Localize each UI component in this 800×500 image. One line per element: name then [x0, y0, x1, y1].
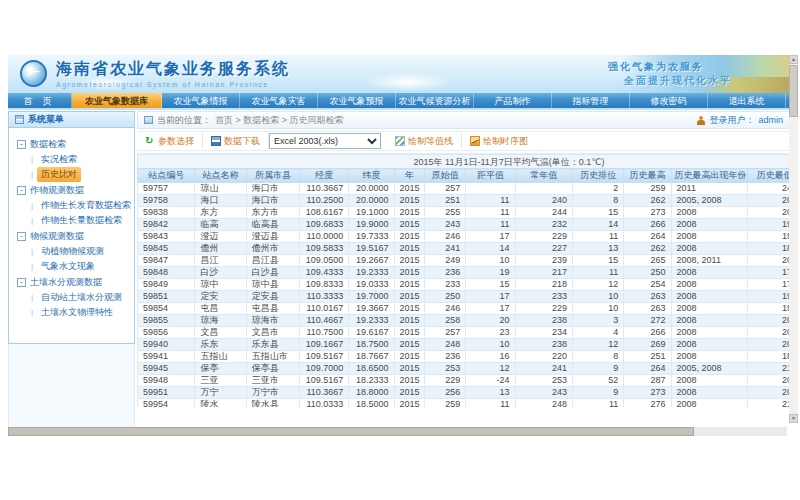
tree-child[interactable]: |作物生长量数据检索 [9, 213, 134, 228]
table-row: 59842临高临高县109.683319.9000201524311232142… [138, 219, 791, 231]
table-row: 59940乐东乐东县109.166718.7500201524810238122… [138, 339, 791, 351]
table-cell: 17 [466, 303, 515, 315]
table-cell: 2015 [394, 255, 425, 267]
table-cell: 2008 [671, 399, 747, 408]
table-cell: 白沙 [195, 267, 246, 279]
tree-node[interactable]: -土壤水分观测数据 [9, 274, 134, 290]
tree-child-selected[interactable]: |历史比对 [9, 167, 134, 182]
table-cell: 2015 [394, 291, 425, 303]
export-format-select-wrap: Excel 2003(.xls) [269, 133, 381, 149]
nav-item[interactable]: 农业气象情报 [162, 93, 240, 108]
tree-node[interactable]: -数据检索 [9, 136, 134, 152]
table-cell: 11 [466, 219, 515, 231]
table-cell: 241 [515, 363, 572, 375]
table-row: 59843澄迈澄迈县110.000019.7333201524617229112… [138, 231, 791, 243]
tree-child[interactable]: |作物生长发育数据检索 [9, 198, 134, 213]
horizontal-scrollbar[interactable] [8, 427, 787, 436]
table-cell: 250 [425, 291, 466, 303]
table-cell: 176 [747, 279, 790, 291]
tree-child[interactable]: |自动站土壤水分观测 [9, 290, 134, 305]
table-row: 59855琼海琼海市110.466719.2333201525820238327… [138, 315, 791, 327]
table-cell: 屯昌 [195, 303, 246, 315]
table-cell: 五指山 [195, 351, 246, 363]
table-cell: 2008 [671, 231, 747, 243]
table-cell: 262 [624, 243, 671, 255]
table-cell: 昌江县 [246, 255, 299, 267]
toolbar-button[interactable]: 数据下载 [203, 134, 269, 148]
table-cell: 110.3333 [300, 291, 349, 303]
toolbar-button[interactable]: ↻参数选择 [137, 134, 203, 148]
nav-item[interactable]: 产品制作 [474, 93, 552, 108]
column-header: 年 [394, 169, 425, 183]
nav-item[interactable]: 指标管理 [552, 93, 630, 108]
app-logo-icon [20, 60, 47, 87]
breadcrumb-path[interactable]: 首页 > 数据检索 > 历史同期检索 [215, 114, 344, 127]
table-cell: 202 [747, 327, 790, 339]
tree-child[interactable]: |动植物物候观测 [9, 244, 134, 259]
tree-child-label: 历史比对 [37, 167, 81, 182]
table-cell: 琼中 [195, 279, 246, 291]
collapse-icon[interactable]: - [17, 232, 26, 241]
table-cell: -24 [466, 375, 515, 387]
tree-tick-icon: | [31, 308, 33, 317]
collapse-icon[interactable]: - [17, 186, 26, 195]
login-label: 登录用户： [709, 114, 754, 127]
vertical-scroll-thumb[interactable] [789, 65, 798, 117]
vertical-scrollbar[interactable]: ▲ ▼ [789, 55, 798, 423]
column-header: 常年值 [515, 169, 572, 183]
table-cell: 109.5167 [300, 351, 349, 363]
table-row: 59847昌江昌江县109.050019.2667201524910239152… [138, 255, 791, 267]
table-cell: 265 [624, 255, 671, 267]
tree-node[interactable]: -作物观测数据 [9, 182, 134, 198]
table-cell: 59843 [138, 231, 195, 243]
table-cell: 259 [624, 183, 671, 195]
table-cell: 11 [466, 399, 515, 408]
column-header: 纬度 [349, 169, 394, 183]
tree-child-label: 自动站土壤水分观测 [37, 290, 126, 305]
tree-child[interactable]: |实况检索 [9, 152, 134, 167]
nav-item[interactable]: 修改密码 [630, 93, 708, 108]
horizontal-scroll-thumb[interactable] [8, 427, 694, 436]
tree-child[interactable]: |土壤水文物理特性 [9, 305, 134, 320]
table-cell: 三亚 [195, 375, 246, 387]
table-cell: 10 [573, 291, 624, 303]
table-cell: 2015 [394, 387, 425, 399]
table-row: 59848白沙白沙县109.433319.2333201523619217112… [138, 267, 791, 279]
table-cell: 18.7500 [349, 339, 394, 351]
toolbar-button-label: 参数选择 [158, 135, 194, 148]
table-cell: 2015 [394, 279, 425, 291]
nav-item[interactable]: 退出系统 [708, 93, 786, 108]
table-cell: 五指山市 [246, 351, 299, 363]
table-cell: 18.5000 [349, 399, 394, 408]
column-header: 原始值 [425, 169, 466, 183]
table-cell: 2015 [394, 327, 425, 339]
table-cell: 2015 [394, 315, 425, 327]
tree-child[interactable]: |气象水文现象 [9, 259, 134, 274]
table-cell: 13 [573, 243, 624, 255]
table-cell: 11 [573, 267, 624, 279]
collapse-icon[interactable]: - [17, 140, 26, 149]
table-cell: 273 [624, 387, 671, 399]
table-cell: 187 [747, 243, 790, 255]
table-cell: 12 [573, 279, 624, 291]
table-cell: 12 [466, 363, 515, 375]
nav-item[interactable]: 农业气候资源分析 [396, 93, 474, 108]
table-cell: 3 [573, 315, 624, 327]
table-cell: 14 [466, 243, 515, 255]
tree-node[interactable]: -物候观测数据 [9, 228, 134, 244]
scroll-down-arrow[interactable]: ▼ [789, 414, 798, 423]
export-format-select[interactable]: Excel 2003(.xls) [269, 133, 381, 149]
tree-tick-icon: | [31, 201, 33, 210]
scroll-up-arrow[interactable]: ▲ [789, 55, 798, 64]
collapse-icon[interactable]: - [17, 278, 26, 287]
nav-item[interactable]: 首 页 [8, 93, 72, 108]
nav-item-active[interactable]: 农业气象数据库 [72, 93, 162, 108]
tree-tick-icon: | [31, 262, 33, 271]
toolbar-button[interactable]: 绘制时序图 [462, 134, 536, 148]
nav-item[interactable]: 农业气象预报 [318, 93, 396, 108]
tree-child-label: 动植物物候观测 [37, 244, 108, 259]
toolbar-button[interactable]: 绘制等值线 [387, 134, 462, 148]
column-header: 历史最高出现年份 [671, 169, 747, 183]
table-cell: 2008 [671, 219, 747, 231]
nav-item[interactable]: 农业气象灾害 [240, 93, 318, 108]
